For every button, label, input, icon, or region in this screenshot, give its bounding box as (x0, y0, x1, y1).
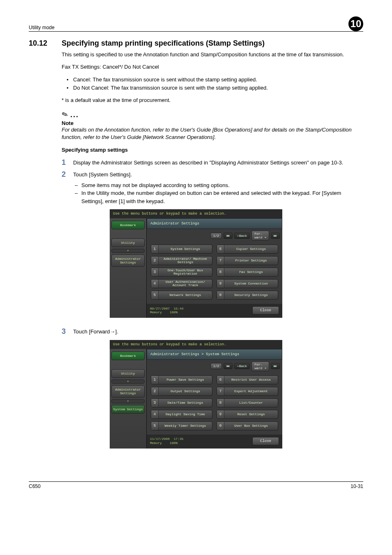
menu-reset-settings[interactable]: 9Reset Settings (217, 410, 278, 419)
header-left: Utility mode (29, 25, 55, 30)
step-3: 3 Touch [Forward→]. (62, 328, 363, 336)
chapter-badge: 10 (348, 16, 363, 31)
footer-page-number: 10-31 (350, 483, 363, 489)
note-block: ✎ ... Note For details on the Annotation… (62, 110, 363, 141)
step-text: Touch [System Settings]. (73, 171, 132, 178)
arrow-down-icon: ▾ (111, 249, 145, 253)
device-title: Administrator Settings (147, 218, 282, 229)
menu-security-settings[interactable]: 0Security Settings (217, 291, 278, 300)
forward-end-button[interactable]: ⏭ (271, 233, 280, 239)
step-sub-item: Some items may not be displayed accordin… (73, 181, 363, 190)
fax-tx-line: Fax TX Settings: Cancel*/ Do Not Cancel (62, 63, 363, 71)
admin-settings-button[interactable]: Administrator Settings (111, 254, 145, 267)
note-label: Note (62, 120, 363, 126)
system-settings-button[interactable]: System Settings (111, 405, 145, 414)
bookmark-button[interactable]: Bookmark (111, 352, 145, 360)
arrow-down-icon: ▾ (111, 399, 145, 403)
device-status: 11/17/2006 17:35 Memory 100% (150, 437, 184, 445)
subhead: Specifying stamp settings (62, 147, 363, 153)
back-button[interactable]: ⇐Back (234, 363, 250, 369)
forward-end-button[interactable]: ⏭ (271, 363, 280, 369)
back-start-button[interactable]: ⏮ (224, 233, 233, 239)
menu-output-settings[interactable]: 2Output Settings (151, 387, 212, 396)
step-text: Touch [Forward→]. (73, 328, 363, 336)
back-start-button[interactable]: ⏮ (224, 363, 233, 369)
menu-network-settings[interactable]: 5Network Settings (151, 291, 212, 300)
menu-expert-adjustment[interactable]: 7Expert Adjustment (217, 387, 278, 396)
menu-copier-settings[interactable]: 6Copier Settings (217, 245, 278, 254)
utility-button[interactable]: Utility (111, 238, 145, 247)
page-indicator: 1/2 (210, 233, 222, 239)
menu-printer-settings[interactable]: 7Printer Settings (217, 256, 278, 265)
menu-system-connection[interactable]: 9System Connection (217, 279, 278, 288)
pencil-icon: ✎ (60, 109, 69, 120)
bookmark-button[interactable]: Bookmark (111, 221, 145, 229)
device-instruction: Use the menu buttons or keypad to make a… (110, 340, 282, 349)
step-number: 2 (62, 171, 73, 205)
back-button[interactable]: ⇐Back (234, 233, 250, 239)
menu-daylight-saving[interactable]: 4Daylight Saving Time (151, 410, 212, 419)
section-title: Specifying stamp printing specifications… (62, 39, 265, 48)
intro-paragraph: This setting is specified to use the Ann… (62, 51, 363, 58)
step-number: 3 (62, 328, 73, 336)
note-text: For details on the Annotation function, … (62, 126, 363, 141)
bullet-do-not-cancel: Do Not Cancel: The fax transmission sour… (62, 84, 363, 92)
forward-button[interactable]: For-ward ➔ (251, 361, 269, 371)
menu-user-box[interactable]: 0User Box Settings (217, 421, 278, 430)
arrow-down-icon: ▾ (111, 379, 145, 384)
menu-restrict-user[interactable]: 6Restrict User Access (217, 375, 278, 384)
bullet-list: Cancel: The fax transmission source is s… (62, 76, 363, 92)
step-number: 1 (62, 159, 73, 167)
page-header: Utility mode 10 (29, 16, 363, 32)
bullet-cancel: Cancel: The fax transmission source is s… (62, 76, 363, 84)
step-1: 1 Display the Administrator Settings scr… (62, 159, 363, 167)
step-text: Display the Administrator Settings scree… (73, 159, 363, 167)
device-screenshot-1: Use the menu buttons or keypad to make a… (110, 209, 282, 318)
menu-user-auth[interactable]: 4User Authentication/ Account Track (151, 279, 212, 288)
admin-settings-button[interactable]: Administrator Settings (111, 385, 145, 398)
footer-model: C650 (29, 483, 41, 489)
device-screenshot-2: Use the menu buttons or keypad to make a… (110, 340, 282, 449)
utility-button[interactable]: Utility (111, 369, 145, 378)
menu-date-time[interactable]: 3Date/Time Settings (151, 398, 212, 407)
menu-weekly-timer[interactable]: 5Weekly Timer Settings (151, 421, 212, 430)
page-footer: C650 10-31 (29, 481, 363, 489)
device-title: Administrator Settings > System Settings (147, 349, 282, 360)
device-sidebar: Bookmark Utility ▾ Administrator Setting… (110, 218, 147, 318)
device-instruction: Use the menu buttons or keypad to make a… (110, 209, 282, 218)
menu-admin-machine[interactable]: 2Administrator/ Machine Settings (151, 256, 212, 265)
section-number: 10.12 (29, 39, 62, 48)
menu-power-save[interactable]: 1Power Save Settings (151, 375, 212, 384)
device-status: 09/27/2007 15:44 Memory 100% (150, 307, 184, 314)
default-value-note: * is a default value at the time of proc… (62, 97, 363, 104)
page-indicator: 1/2 (210, 363, 222, 369)
section-heading: 10.12 Specifying stamp printing specific… (29, 39, 363, 48)
step-sub-item: In the Utility mode, the number displaye… (73, 189, 363, 205)
note-dots-icon: ... (70, 111, 79, 119)
menu-grid: 1System Settings 6Copier Settings 2Admin… (147, 242, 282, 304)
menu-fax-settings[interactable]: 8Fax Settings (217, 268, 278, 277)
menu-grid: 1Power Save Settings 6Restrict User Acce… (147, 373, 282, 435)
menu-one-touch[interactable]: 3One-Touch/User Box Registration (151, 268, 212, 277)
forward-button[interactable]: For-ward ➔ (251, 231, 269, 240)
close-button[interactable]: Close (252, 437, 279, 445)
menu-list-counter[interactable]: 8List/Counter (217, 398, 278, 407)
close-button[interactable]: Close (252, 306, 279, 314)
device-sidebar: Bookmark Utility ▾ Administrator Setting… (110, 349, 147, 449)
menu-system-settings[interactable]: 1System Settings (151, 245, 212, 254)
step-2: 2 Touch [System Settings]. Some items ma… (62, 171, 363, 205)
